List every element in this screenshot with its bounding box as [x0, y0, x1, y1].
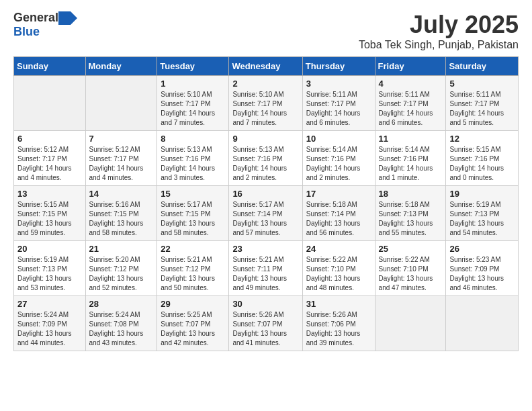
day-number: 22: [161, 244, 225, 254]
calendar-cell: 1Sunrise: 5:10 AM Sunset: 7:17 PM Daylig…: [157, 76, 229, 131]
calendar-cell: 21Sunrise: 5:20 AM Sunset: 7:12 PM Dayli…: [85, 241, 157, 296]
day-detail: Sunrise: 5:22 AM Sunset: 7:10 PM Dayligh…: [379, 255, 443, 293]
day-detail: Sunrise: 5:10 AM Sunset: 7:17 PM Dayligh…: [161, 90, 225, 128]
title-area: July 2025 Toba Tek Singh, Punjab, Pakist…: [359, 11, 519, 51]
day-detail: Sunrise: 5:14 AM Sunset: 7:16 PM Dayligh…: [306, 145, 371, 183]
calendar-cell: 22Sunrise: 5:21 AM Sunset: 7:12 PM Dayli…: [157, 241, 229, 296]
day-number: 16: [232, 189, 298, 199]
day-number: 13: [17, 189, 82, 199]
day-detail: Sunrise: 5:21 AM Sunset: 7:11 PM Dayligh…: [232, 255, 298, 293]
day-detail: Sunrise: 5:11 AM Sunset: 7:17 PM Dayligh…: [449, 90, 515, 128]
calendar-cell: 8Sunrise: 5:13 AM Sunset: 7:16 PM Daylig…: [157, 131, 229, 186]
calendar-cell: 4Sunrise: 5:11 AM Sunset: 7:17 PM Daylig…: [375, 76, 446, 131]
day-number: 12: [449, 134, 515, 144]
day-number: 7: [89, 134, 154, 144]
header-cell-tuesday: Tuesday: [157, 57, 229, 76]
day-detail: Sunrise: 5:22 AM Sunset: 7:10 PM Dayligh…: [306, 255, 371, 293]
logo-icon: [58, 11, 77, 25]
day-number: 26: [449, 244, 515, 254]
calendar-cell: 10Sunrise: 5:14 AM Sunset: 7:16 PM Dayli…: [302, 131, 375, 186]
day-detail: Sunrise: 5:10 AM Sunset: 7:17 PM Dayligh…: [232, 90, 298, 128]
day-number: 21: [89, 244, 154, 254]
day-detail: Sunrise: 5:12 AM Sunset: 7:17 PM Dayligh…: [17, 145, 82, 183]
day-number: 28: [89, 299, 154, 309]
day-detail: Sunrise: 5:14 AM Sunset: 7:16 PM Dayligh…: [379, 145, 443, 183]
calendar-body: 1Sunrise: 5:10 AM Sunset: 7:17 PM Daylig…: [14, 76, 519, 351]
calendar-table: SundayMondayTuesdayWednesdayThursdayFrid…: [13, 56, 519, 351]
calendar-cell: 27Sunrise: 5:24 AM Sunset: 7:09 PM Dayli…: [14, 296, 86, 351]
calendar-cell: 17Sunrise: 5:18 AM Sunset: 7:14 PM Dayli…: [302, 186, 375, 241]
month-title: July 2025: [359, 11, 519, 39]
day-detail: Sunrise: 5:21 AM Sunset: 7:12 PM Dayligh…: [161, 255, 225, 293]
header: General Blue July 2025 Toba Tek Singh, P…: [13, 11, 519, 51]
logo-blue-text: Blue: [13, 25, 40, 39]
svg-marker-0: [58, 11, 77, 25]
calendar-cell: 3Sunrise: 5:11 AM Sunset: 7:17 PM Daylig…: [302, 76, 375, 131]
day-number: 30: [232, 299, 298, 309]
calendar-cell: 20Sunrise: 5:19 AM Sunset: 7:13 PM Dayli…: [14, 241, 86, 296]
calendar-cell: 12Sunrise: 5:15 AM Sunset: 7:16 PM Dayli…: [446, 131, 519, 186]
header-cell-wednesday: Wednesday: [229, 57, 302, 76]
day-detail: Sunrise: 5:24 AM Sunset: 7:09 PM Dayligh…: [17, 310, 82, 348]
calendar-cell: 15Sunrise: 5:17 AM Sunset: 7:15 PM Dayli…: [157, 186, 229, 241]
day-number: 5: [449, 79, 515, 89]
calendar-week-0: 1Sunrise: 5:10 AM Sunset: 7:17 PM Daylig…: [14, 76, 519, 131]
header-cell-friday: Friday: [375, 57, 446, 76]
location-title: Toba Tek Singh, Punjab, Pakistan: [359, 39, 519, 51]
day-number: 31: [306, 299, 371, 309]
header-cell-sunday: Sunday: [14, 57, 86, 76]
header-cell-monday: Monday: [85, 57, 157, 76]
calendar-cell: 11Sunrise: 5:14 AM Sunset: 7:16 PM Dayli…: [375, 131, 446, 186]
calendar-cell: 2Sunrise: 5:10 AM Sunset: 7:17 PM Daylig…: [229, 76, 302, 131]
day-number: 27: [17, 299, 82, 309]
day-number: 8: [161, 134, 225, 144]
calendar-cell: 26Sunrise: 5:23 AM Sunset: 7:09 PM Dayli…: [446, 241, 519, 296]
logo-general-text: General: [13, 11, 58, 25]
day-number: 6: [17, 134, 82, 144]
day-number: 20: [17, 244, 82, 254]
day-number: 19: [449, 189, 515, 199]
day-detail: Sunrise: 5:15 AM Sunset: 7:15 PM Dayligh…: [17, 200, 82, 238]
day-detail: Sunrise: 5:11 AM Sunset: 7:17 PM Dayligh…: [306, 90, 371, 128]
calendar-cell: 16Sunrise: 5:17 AM Sunset: 7:14 PM Dayli…: [229, 186, 302, 241]
calendar-cell: 5Sunrise: 5:11 AM Sunset: 7:17 PM Daylig…: [446, 76, 519, 131]
calendar-cell: 25Sunrise: 5:22 AM Sunset: 7:10 PM Dayli…: [375, 241, 446, 296]
calendar-cell: 31Sunrise: 5:26 AM Sunset: 7:06 PM Dayli…: [302, 296, 375, 351]
day-number: 18: [379, 189, 443, 199]
day-detail: Sunrise: 5:19 AM Sunset: 7:13 PM Dayligh…: [449, 200, 515, 238]
calendar-cell: 6Sunrise: 5:12 AM Sunset: 7:17 PM Daylig…: [14, 131, 86, 186]
calendar-cell: [85, 76, 157, 131]
day-number: 23: [232, 244, 298, 254]
day-detail: Sunrise: 5:24 AM Sunset: 7:08 PM Dayligh…: [89, 310, 154, 348]
day-detail: Sunrise: 5:23 AM Sunset: 7:09 PM Dayligh…: [449, 255, 515, 293]
day-detail: Sunrise: 5:16 AM Sunset: 7:15 PM Dayligh…: [89, 200, 154, 238]
day-number: 29: [161, 299, 225, 309]
day-number: 3: [306, 79, 371, 89]
header-cell-thursday: Thursday: [302, 57, 375, 76]
calendar-week-2: 13Sunrise: 5:15 AM Sunset: 7:15 PM Dayli…: [14, 186, 519, 241]
header-row: SundayMondayTuesdayWednesdayThursdayFrid…: [14, 57, 519, 76]
calendar-cell: [14, 76, 86, 131]
calendar-cell: 19Sunrise: 5:19 AM Sunset: 7:13 PM Dayli…: [446, 186, 519, 241]
calendar-cell: 7Sunrise: 5:12 AM Sunset: 7:17 PM Daylig…: [85, 131, 157, 186]
calendar-cell: 18Sunrise: 5:18 AM Sunset: 7:13 PM Dayli…: [375, 186, 446, 241]
day-number: 1: [161, 79, 225, 89]
day-detail: Sunrise: 5:17 AM Sunset: 7:15 PM Dayligh…: [161, 200, 225, 238]
day-number: 25: [379, 244, 443, 254]
calendar-week-1: 6Sunrise: 5:12 AM Sunset: 7:17 PM Daylig…: [14, 131, 519, 186]
calendar-cell: [375, 296, 446, 351]
day-detail: Sunrise: 5:12 AM Sunset: 7:17 PM Dayligh…: [89, 145, 154, 183]
calendar-cell: [446, 296, 519, 351]
day-detail: Sunrise: 5:15 AM Sunset: 7:16 PM Dayligh…: [449, 145, 515, 183]
logo: General Blue: [13, 11, 77, 39]
day-number: 4: [379, 79, 443, 89]
calendar-cell: 29Sunrise: 5:25 AM Sunset: 7:07 PM Dayli…: [157, 296, 229, 351]
day-number: 14: [89, 189, 154, 199]
day-detail: Sunrise: 5:20 AM Sunset: 7:12 PM Dayligh…: [89, 255, 154, 293]
day-detail: Sunrise: 5:13 AM Sunset: 7:16 PM Dayligh…: [232, 145, 298, 183]
calendar-cell: 14Sunrise: 5:16 AM Sunset: 7:15 PM Dayli…: [85, 186, 157, 241]
day-detail: Sunrise: 5:26 AM Sunset: 7:07 PM Dayligh…: [232, 310, 298, 348]
calendar-week-4: 27Sunrise: 5:24 AM Sunset: 7:09 PM Dayli…: [14, 296, 519, 351]
day-number: 10: [306, 134, 371, 144]
calendar-cell: 23Sunrise: 5:21 AM Sunset: 7:11 PM Dayli…: [229, 241, 302, 296]
